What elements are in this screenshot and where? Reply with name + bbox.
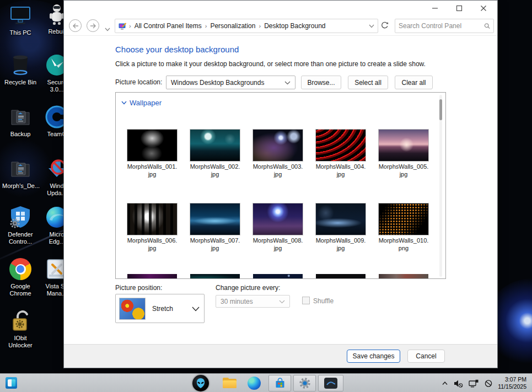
wallpaper-thumbnail-001[interactable] [127, 130, 177, 161]
recycle-bin-icon [8, 53, 33, 77]
breadcrumb-separator: › [256, 23, 263, 29]
close-button[interactable] [474, 2, 493, 15]
wallpaper-thumbnail-013-partial[interactable] [253, 274, 303, 278]
picture-position-select[interactable]: Stretch [115, 294, 205, 323]
picture-location-select[interactable]: Windows Desktop Backgrounds [166, 76, 295, 89]
breadcrumb-item-personalization[interactable]: Personalization [209, 22, 256, 30]
forward-button[interactable] [87, 19, 99, 32]
taskbar-dark-app-button[interactable] [318, 375, 343, 391]
wallpaper-thumbnail-007[interactable] [190, 203, 240, 235]
wallpaper-thumbnail-011-partial[interactable] [127, 274, 177, 278]
desktop-icon-label: Morph's_De... [2, 182, 39, 190]
wallpaper-thumbnail-015-partial[interactable] [379, 274, 428, 278]
this-pc-icon [8, 3, 33, 28]
change-picture-select[interactable]: 30 minutes [216, 295, 290, 308]
dark-app-icon [324, 378, 337, 389]
browse-button[interactable]: Browse... [301, 76, 341, 89]
shuffle-label: Shuffle [313, 297, 334, 305]
search-icon[interactable] [484, 22, 490, 30]
clear-all-button[interactable]: Clear all [395, 76, 433, 89]
shuffle-checkbox[interactable] [302, 297, 310, 304]
scrollbar-track[interactable] [439, 95, 442, 277]
file-explorer-icon[interactable] [223, 378, 237, 388]
wallpaper-filename[interactable]: MorphsWalls_003.jpg [248, 163, 308, 178]
taskbar-pinned-window-app-icon[interactable] [6, 377, 17, 389]
wallpaper-thumbnail-014-partial[interactable] [316, 274, 366, 278]
wallpaper-thumbnail-009[interactable] [316, 203, 366, 235]
picture-location-value: Windows Desktop Backgrounds [171, 79, 264, 87]
picture-position-value: Stretch [152, 305, 173, 313]
blocked-status-icon[interactable] [484, 379, 493, 388]
wallpaper-filename[interactable]: MorphsWalls_006.jpg [122, 237, 182, 252]
minimize-button[interactable] [426, 2, 444, 15]
picture-position-preview-image [119, 298, 146, 320]
address-dropdown-chevron-icon[interactable] [369, 24, 374, 28]
desktop-icon-backup[interactable]: Backup [2, 105, 39, 138]
edge-browser-icon[interactable] [248, 377, 261, 390]
wallpaper-list: Wallpaper MorphsWalls_001.jpg MorphsWall… [115, 92, 446, 279]
refresh-icon[interactable] [380, 21, 390, 31]
hidden-icons-chevron-icon[interactable] [442, 381, 448, 385]
address-bar: › All Control Panel Items › Personalizat… [64, 16, 497, 36]
scrollbar-thumb[interactable] [439, 99, 442, 120]
maximize-button[interactable] [450, 2, 469, 15]
volume-muted-icon[interactable] [454, 379, 463, 388]
wallpaper-filename[interactable]: MorphsWalls_001.jpg [122, 163, 182, 178]
wallpaper-filename[interactable]: MorphsWalls_009.jpg [310, 237, 371, 252]
desktop-icon-this-pc[interactable]: This PC [2, 3, 39, 36]
page-title: Choose your desktop background [115, 45, 239, 54]
desktop-icon-label: This PC [2, 29, 39, 36]
control-panel-window: › All Control Panel Items › Personalizat… [63, 0, 498, 368]
wallpaper-thumbnail-002[interactable] [190, 130, 240, 161]
wallpaper-filename[interactable]: MorphsWalls_008.jpg [248, 237, 308, 252]
desktop-icon-iobit-unlocker[interactable]: IObit Unlocker [2, 309, 39, 349]
desktop-icon-recycle-bin[interactable]: Recycle Bin [2, 53, 39, 86]
gear-icon [299, 377, 311, 389]
wallpaper-filename[interactable]: MorphsWalls_010.png [373, 237, 434, 252]
wallpaper-filename[interactable]: MorphsWalls_002.jpg [185, 163, 245, 178]
desktop-icon-morphs-folder[interactable]: Morph's_De... [2, 157, 39, 190]
unlocker-padlock-icon [8, 309, 33, 333]
breadcrumb-item-all-control-panel-items[interactable]: All Control Panel Items [133, 22, 203, 30]
breadcrumb-separator: › [203, 23, 209, 29]
select-all-button[interactable]: Select all [348, 76, 388, 89]
wallpaper-thumbnail-012-partial[interactable] [190, 274, 240, 278]
breadcrumb[interactable]: › All Control Panel Items › Personalizat… [115, 19, 378, 33]
network-ethernet-icon[interactable] [469, 379, 479, 388]
taskbar: 3:07 PM 11/15/2025 [0, 373, 532, 392]
settings-button[interactable] [293, 375, 316, 391]
title-bar[interactable] [64, 1, 497, 16]
cancel-button[interactable]: Cancel [407, 350, 445, 363]
microsoft-store-button[interactable] [268, 375, 291, 391]
desktop-icon-label: Recycle Bin [2, 79, 39, 86]
picture-location-label: Picture location: [115, 78, 162, 86]
wallpaper-filename[interactable]: MorphsWalls_005.jpg [373, 163, 434, 178]
search-input[interactable] [399, 22, 484, 30]
recent-pages-chevron-icon[interactable] [105, 24, 110, 34]
wallpaper-thumbnail-010[interactable] [379, 203, 428, 235]
wallpaper-filename[interactable]: MorphsWalls_004.jpg [310, 163, 371, 178]
page-subtitle: Click a picture to make it your desktop … [115, 60, 426, 68]
desktop-icon-label: Defender Contro... [2, 231, 39, 245]
wallpaper-group-label: Wallpaper [130, 99, 162, 107]
desktop-icon-label: Backup [2, 131, 39, 138]
start-button-alienware-icon[interactable] [192, 375, 209, 391]
wallpaper-thumbnail-003[interactable] [253, 130, 303, 161]
breadcrumb-item-desktop-background[interactable]: Desktop Background [263, 22, 326, 30]
search-box[interactable] [395, 19, 494, 33]
taskbar-clock[interactable]: 3:07 PM 11/15/2025 [498, 376, 526, 390]
personalization-icon [119, 23, 127, 30]
dialog-footer: Save changes Cancel [64, 344, 497, 368]
save-changes-button[interactable]: Save changes [347, 350, 400, 363]
wallpaper-thumbnail-005[interactable] [379, 130, 428, 161]
wallpaper-thumbnail-004[interactable] [316, 130, 366, 161]
wallpaper-thumbnail-008[interactable] [253, 203, 303, 235]
clock-time: 3:07 PM [498, 376, 526, 383]
desktop-icon-google-chrome[interactable]: Google Chrome [2, 257, 39, 297]
wallpaper-filename[interactable]: MorphsWalls_007.jpg [185, 237, 245, 252]
back-button[interactable] [69, 19, 82, 32]
desktop-icon-defender-control[interactable]: Defender Contro... [2, 205, 39, 245]
wallpaper-group-header[interactable]: Wallpaper [121, 99, 162, 107]
folder-icon [8, 157, 33, 181]
wallpaper-thumbnail-006[interactable] [127, 203, 177, 235]
